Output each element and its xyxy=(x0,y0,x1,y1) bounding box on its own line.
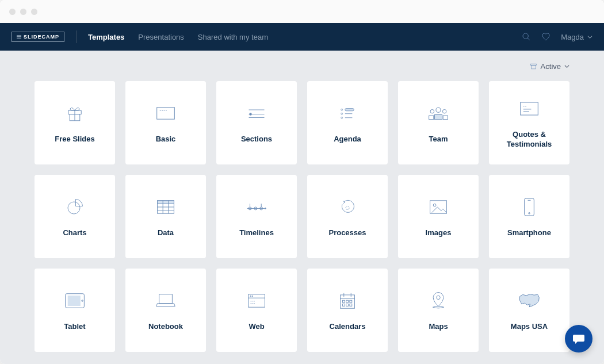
card-title: Charts xyxy=(63,228,86,238)
quotes-icon xyxy=(517,97,541,121)
card-title: Agenda xyxy=(334,135,361,144)
template-card[interactable]: Maps USA xyxy=(489,269,569,352)
template-card[interactable]: Images xyxy=(398,175,479,258)
content-area: Active Free SlidesBasicSectionsAgendaTea… xyxy=(0,51,604,364)
filter-dropdown[interactable]: Active xyxy=(530,62,569,71)
browser-icon xyxy=(244,289,269,313)
svg-rect-2 xyxy=(530,64,536,65)
phone-icon xyxy=(517,195,541,219)
calendar-icon xyxy=(335,289,360,313)
card-title: Web xyxy=(249,322,264,332)
svg-rect-65 xyxy=(342,304,345,306)
agenda-icon xyxy=(335,101,360,125)
svg-point-42 xyxy=(346,206,349,210)
card-title: Free Slides xyxy=(55,135,94,144)
window-dot xyxy=(31,9,37,15)
card-title: Smartphone xyxy=(507,228,551,238)
svg-rect-62 xyxy=(342,300,345,302)
card-title: Basic xyxy=(156,135,176,144)
card-title: Sections xyxy=(241,135,272,144)
template-card[interactable]: Data xyxy=(125,175,206,258)
template-card[interactable]: Basic xyxy=(125,81,206,164)
window-titlebar xyxy=(0,0,604,23)
svg-point-29 xyxy=(68,202,80,214)
svg-rect-67 xyxy=(350,304,352,306)
template-card[interactable]: Charts xyxy=(35,175,115,258)
svg-rect-14 xyxy=(345,109,354,111)
card-title: Data xyxy=(158,228,174,238)
svg-point-19 xyxy=(436,108,441,112)
svg-rect-7 xyxy=(157,108,175,119)
card-title: Quotes & Testimonials xyxy=(496,130,563,150)
nav-divider xyxy=(76,30,77,43)
card-title: Images xyxy=(426,228,452,238)
app-logo[interactable]: SLIDECAMP xyxy=(12,32,64,42)
template-card[interactable]: Agenda xyxy=(307,81,388,164)
chat-icon xyxy=(572,332,586,346)
laptop-icon xyxy=(154,289,178,313)
template-card[interactable]: Smartphone xyxy=(489,175,569,258)
chat-button[interactable] xyxy=(565,325,592,352)
app-name: SLIDECAMP xyxy=(24,34,59,40)
svg-point-49 xyxy=(82,300,83,301)
table-icon xyxy=(154,195,178,219)
logo-icon xyxy=(17,35,21,39)
svg-point-68 xyxy=(437,296,440,299)
team-icon xyxy=(426,101,450,125)
template-card[interactable]: Processes xyxy=(307,175,388,258)
template-grid: Free SlidesBasicSectionsAgendaTeamQuotes… xyxy=(12,76,592,357)
user-name: Magda xyxy=(561,33,584,41)
main-nav: SLIDECAMP Templates Presentations Shared… xyxy=(0,23,604,51)
process-icon xyxy=(335,195,360,219)
svg-point-0 xyxy=(523,33,528,39)
svg-rect-25 xyxy=(521,102,538,115)
card-title: Team xyxy=(429,135,448,144)
pin-icon xyxy=(426,289,450,313)
pie-icon xyxy=(63,195,87,219)
svg-rect-66 xyxy=(346,304,349,306)
svg-line-1 xyxy=(527,38,530,40)
user-menu[interactable]: Magda xyxy=(561,33,592,41)
svg-rect-23 xyxy=(429,116,434,120)
heart-icon[interactable] xyxy=(541,32,551,41)
card-title: Calendars xyxy=(330,322,366,332)
svg-point-13 xyxy=(341,109,343,110)
nav-shared[interactable]: Shared with my team xyxy=(198,33,268,41)
svg-rect-63 xyxy=(346,300,349,302)
search-icon[interactable] xyxy=(522,32,531,41)
svg-point-20 xyxy=(430,110,434,114)
card-title: Processes xyxy=(328,228,366,238)
svg-rect-51 xyxy=(159,294,173,304)
svg-point-46 xyxy=(529,213,530,214)
svg-rect-31 xyxy=(158,201,174,204)
template-card[interactable]: Free Slides xyxy=(35,81,115,164)
svg-rect-64 xyxy=(350,300,352,302)
card-icon xyxy=(154,101,178,125)
filter-label: Active xyxy=(541,62,561,71)
template-card[interactable]: Calendars xyxy=(307,269,388,352)
template-card[interactable]: Tablet xyxy=(35,269,115,352)
template-card[interactable]: Quotes & Testimonials xyxy=(489,81,569,164)
card-title: Timelines xyxy=(239,228,274,238)
chevron-down-icon xyxy=(564,64,569,69)
svg-rect-50 xyxy=(68,296,81,306)
svg-point-15 xyxy=(341,113,343,114)
usa-icon xyxy=(517,289,541,313)
template-card[interactable]: Sections xyxy=(216,81,297,164)
svg-point-54 xyxy=(250,296,251,297)
template-card[interactable]: Maps xyxy=(398,269,479,352)
card-title: Maps xyxy=(429,322,448,332)
template-card[interactable]: Timelines xyxy=(216,175,297,258)
window-dot xyxy=(20,9,26,15)
timeline-icon xyxy=(244,195,269,219)
template-card[interactable]: Web xyxy=(216,269,297,352)
template-card[interactable]: Team xyxy=(398,81,479,164)
svg-point-21 xyxy=(442,110,446,114)
gift-icon xyxy=(63,101,87,125)
image-icon xyxy=(426,195,450,219)
svg-rect-22 xyxy=(434,115,442,120)
card-title: Maps USA xyxy=(511,322,548,332)
template-card[interactable]: Notebook xyxy=(125,269,206,352)
nav-presentations[interactable]: Presentations xyxy=(138,33,184,41)
nav-templates[interactable]: Templates xyxy=(88,33,124,41)
